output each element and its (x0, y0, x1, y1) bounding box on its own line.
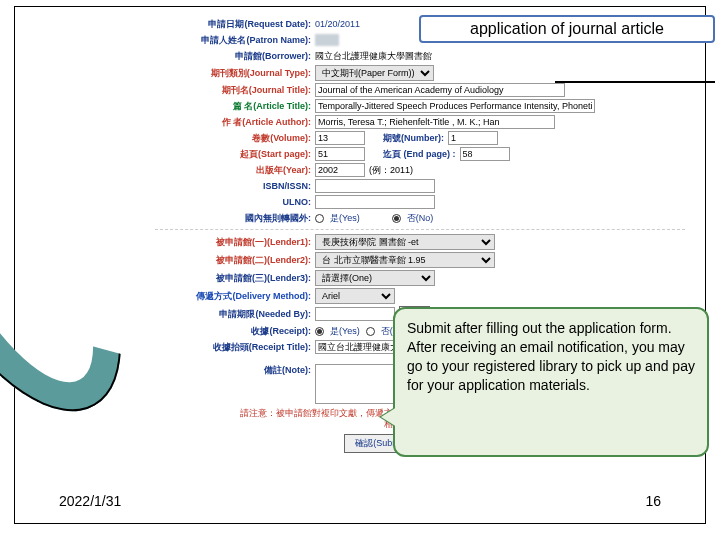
label-isbn: ISBN/ISSN: (155, 181, 315, 191)
ulno-input[interactable] (315, 195, 435, 209)
title-callout: application of journal article (419, 15, 715, 43)
callout-tail (381, 407, 397, 427)
label-start-page: 起頁(Start page): (155, 148, 315, 161)
value-request-date: 01/20/2011 (315, 19, 360, 29)
label-receipt-title: 收據抬頭(Receipt Title): (155, 341, 315, 354)
label-receipt: 收據(Receipt): (155, 325, 315, 338)
start-page-input[interactable] (315, 147, 365, 161)
article-author-input[interactable] (315, 115, 555, 129)
domestic-no-radio[interactable] (392, 214, 401, 223)
patron-name-redacted (315, 34, 339, 46)
label-borrower: 申請館(Borrower): (155, 50, 315, 63)
needed-by-input[interactable] (315, 307, 395, 321)
separator (155, 229, 685, 230)
label-article-title: 篇 名(Article Title): (155, 100, 315, 113)
volume-input[interactable] (315, 131, 365, 145)
end-page-input[interactable] (460, 147, 510, 161)
delivery-select[interactable]: Ariel (315, 288, 395, 304)
lender1-select[interactable]: 長庚技術學院 圖書館 -et (315, 234, 495, 250)
journal-title-input[interactable] (315, 83, 565, 97)
label-journal-type: 期刊類別(Journal Type): (155, 67, 315, 80)
decorative-arc (0, 88, 164, 445)
isbn-input[interactable] (315, 179, 435, 193)
value-borrower: 國立台北護理健康大學圖書館 (315, 50, 432, 63)
label-journal-title: 期刊名(Journal Title): (155, 84, 315, 97)
label-ulno: ULNO: (155, 197, 315, 207)
label-lender1: 被申請館(一)(Lender1): (155, 236, 315, 249)
footer-page-number: 16 (645, 493, 661, 509)
label-request-date: 申請日期(Request Date): (155, 18, 315, 31)
label-needed-by: 申請期限(Needed By): (155, 308, 315, 321)
label-delivery: 傳遞方式(Delivery Method): (155, 290, 315, 303)
label-end-page: 迄頁 (End page) : (383, 148, 456, 161)
lender2-select[interactable]: 台 北市立聯醫書章館 1.95 (315, 252, 495, 268)
receipt-no-radio[interactable] (366, 327, 375, 336)
domestic-yes-radio[interactable] (315, 214, 324, 223)
label-domestic: 國內無則轉國外: (155, 212, 315, 225)
domestic-yes-label: 是(Yes) (330, 212, 360, 225)
label-volume: 卷數(Volume): (155, 132, 315, 145)
label-number: 期號(Number): (383, 132, 444, 145)
lender3-select[interactable]: 請選擇(One) (315, 270, 435, 286)
article-title-input[interactable] (315, 99, 595, 113)
label-note: 備註(Note): (155, 364, 315, 377)
label-lender3: 被申請館(三)(Lender3): (155, 272, 315, 285)
slide-frame: 申請日期(Request Date):01/20/2011 申請人姓名(Patr… (14, 6, 706, 524)
journal-type-select[interactable]: 中文期刊(Paper Form)) (315, 65, 434, 81)
label-lender2: 被申請館(二)(Lender2): (155, 254, 315, 267)
footer-date: 2022/1/31 (59, 493, 121, 509)
instruction-text: Submit after filling out the application… (407, 320, 695, 393)
receipt-yes-label: 是(Yes) (330, 325, 360, 338)
year-hint: (例：2011) (369, 164, 413, 177)
label-patron-name: 申請人姓名(Patron Name): (155, 34, 315, 47)
number-input[interactable] (448, 131, 498, 145)
label-article-author: 作 者(Article Author): (155, 116, 315, 129)
label-year: 出版年(Year): (155, 164, 315, 177)
domestic-no-label: 否(No) (407, 212, 434, 225)
instruction-callout: Submit after filling out the application… (393, 307, 709, 457)
year-input[interactable] (315, 163, 365, 177)
receipt-yes-radio[interactable] (315, 327, 324, 336)
